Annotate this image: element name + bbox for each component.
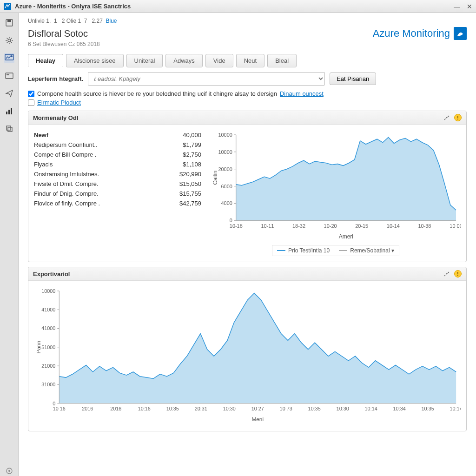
svg-text:41000: 41000 bbox=[41, 326, 55, 331]
svg-point-3 bbox=[8, 39, 11, 42]
chart2-area: 031000210005100041000410001000010 162016… bbox=[34, 286, 461, 424]
svg-text:Meni: Meni bbox=[251, 416, 264, 423]
svg-text:4000: 4000 bbox=[221, 200, 232, 206]
svg-text:Parin: Parin bbox=[35, 341, 42, 354]
svg-rect-2 bbox=[7, 20, 11, 22]
svg-text:Caitin: Caitin bbox=[212, 171, 218, 185]
check-text: Compone health source is hiever be re yo… bbox=[37, 90, 277, 97]
svg-text:10:34: 10:34 bbox=[393, 406, 406, 412]
link-eirmatic[interactable]: Eirmatic Ploduct bbox=[37, 99, 81, 106]
rail-send-icon[interactable] bbox=[4, 88, 14, 99]
svg-text:10:30: 10:30 bbox=[337, 406, 349, 412]
crumb-seg[interactable]: 7 bbox=[84, 18, 87, 24]
tab-healay[interactable]: Healay bbox=[28, 54, 63, 67]
left-rail bbox=[0, 13, 19, 476]
svg-rect-14 bbox=[6, 73, 13, 79]
panel2-config-icon[interactable] bbox=[443, 270, 450, 278]
metric-row: Compe of Bill Compre .$2,750 bbox=[34, 150, 201, 159]
panel-exportivariol: Exportivariol ! 031000210005100041000410… bbox=[28, 267, 467, 431]
crumb-seg[interactable]: 1 bbox=[54, 18, 57, 24]
svg-text:10000: 10000 bbox=[218, 149, 232, 155]
svg-line-10 bbox=[7, 42, 7, 43]
brand-label: Azure Monitoring bbox=[373, 27, 467, 40]
svg-line-8 bbox=[7, 38, 7, 39]
tab-neut[interactable]: Neut bbox=[236, 54, 264, 67]
titlebar: Azure - Moniterits - Onlyra ISE Sanctric… bbox=[0, 0, 476, 13]
svg-rect-20 bbox=[8, 127, 12, 132]
close-button[interactable]: ✕ bbox=[467, 3, 472, 10]
svg-text:10 00: 10 00 bbox=[450, 223, 461, 229]
rail-gear-icon[interactable] bbox=[4, 35, 14, 46]
svg-text:20000: 20000 bbox=[218, 166, 232, 172]
svg-text:10:14: 10:14 bbox=[450, 406, 461, 412]
svg-line-11 bbox=[11, 38, 12, 39]
svg-rect-0 bbox=[4, 3, 11, 10]
svg-text:21000: 21000 bbox=[41, 363, 55, 369]
svg-text:10 73: 10 73 bbox=[280, 406, 292, 412]
checkbox-eirmatic[interactable] bbox=[28, 99, 34, 106]
svg-text:10 27: 10 27 bbox=[251, 406, 264, 412]
svg-text:0: 0 bbox=[53, 401, 55, 406]
tabs: HealayAlscionse siseeUniteralAdwaysVideN… bbox=[28, 54, 467, 67]
panel-mormenaily: Mormenaily Odl ! Newf40,000Redipersum Co… bbox=[28, 111, 467, 262]
legend-item[interactable]: Reme/Sobatinal ▾ bbox=[339, 247, 394, 254]
svg-text:10 16: 10 16 bbox=[53, 406, 66, 412]
svg-text:2016: 2016 bbox=[82, 406, 93, 412]
checkbox-compone[interactable] bbox=[28, 91, 34, 97]
tab-alscionse-sisee[interactable]: Alscionse sisee bbox=[66, 54, 124, 67]
window-title: Azure - Moniterits - Onlyra ISE Sanctric… bbox=[15, 3, 454, 10]
rail-copy-icon[interactable] bbox=[4, 124, 14, 134]
svg-text:10:35: 10:35 bbox=[308, 406, 321, 412]
svg-text:10:30: 10:30 bbox=[223, 406, 236, 412]
filter-select[interactable]: ℓ eadosl. Kptigely bbox=[88, 72, 325, 86]
crumb-seg[interactable]: 2.27 bbox=[92, 18, 102, 24]
panel2-title: Exportivariol bbox=[33, 271, 70, 278]
svg-rect-18 bbox=[11, 108, 12, 114]
brand-text: Azure Monitoring bbox=[373, 27, 450, 40]
rail-settings-bottom-icon[interactable] bbox=[4, 466, 14, 476]
brand-badge-icon bbox=[454, 27, 467, 40]
svg-text:31000: 31000 bbox=[41, 382, 55, 387]
page-title: Disfloral Sotoc bbox=[28, 28, 88, 39]
svg-rect-16 bbox=[6, 112, 7, 114]
svg-text:10000: 10000 bbox=[41, 288, 55, 294]
tab-bleal[interactable]: Bleal bbox=[267, 54, 297, 67]
panel2-alert-icon[interactable]: ! bbox=[454, 270, 462, 278]
svg-text:10-38: 10-38 bbox=[418, 223, 431, 229]
metric-row: Findur of Dnig. Compre.$15,755 bbox=[34, 189, 201, 198]
tab-uniteral[interactable]: Uniteral bbox=[126, 54, 163, 67]
svg-text:20:31: 20:31 bbox=[195, 406, 207, 412]
minimize-button[interactable]: — bbox=[454, 3, 460, 10]
metric-row: Newf40,000 bbox=[34, 130, 201, 140]
svg-text:2016: 2016 bbox=[110, 406, 121, 412]
metric-row: Flyacis$1,108 bbox=[34, 159, 201, 169]
metrics-table: Newf40,000Redipersum Coonfiunt..$1,799Co… bbox=[34, 130, 201, 256]
svg-rect-19 bbox=[7, 126, 11, 130]
legend-item[interactable]: Prio Test/Intia 10 bbox=[277, 247, 330, 254]
svg-text:10000: 10000 bbox=[218, 132, 232, 138]
tab-adways[interactable]: Adways bbox=[165, 54, 203, 67]
svg-text:6000: 6000 bbox=[221, 184, 232, 189]
link-dinaum[interactable]: Dinaum ouncest bbox=[280, 90, 324, 97]
crumb-seg[interactable]: Unlivie 1. bbox=[28, 18, 51, 24]
svg-text:10:35: 10:35 bbox=[422, 406, 434, 412]
panel1-config-icon[interactable] bbox=[443, 114, 450, 121]
filter-label: Leperferm htegraft. bbox=[28, 75, 83, 82]
rail-monitor-icon[interactable] bbox=[4, 53, 14, 63]
rail-chart-icon[interactable] bbox=[4, 106, 14, 116]
metric-row: Fivsite of Dmil. Compre.$15,050 bbox=[34, 179, 201, 189]
svg-line-9 bbox=[11, 42, 12, 43]
crumb-seg[interactable]: 2 Olie 1 bbox=[62, 18, 81, 24]
metric-row: Onstramsing Imtulstnes.$20,990 bbox=[34, 169, 201, 179]
rail-card-icon[interactable] bbox=[4, 71, 14, 81]
filter-action-button[interactable]: Eat Pisarian bbox=[330, 73, 376, 85]
crumb-seg-link[interactable]: Blue bbox=[106, 18, 117, 24]
panel1-alert-icon[interactable]: ! bbox=[454, 114, 462, 121]
page-subtitle: 6 Set Blewusen Cz 065 2018 bbox=[28, 41, 467, 47]
chart1-legend: Prio Test/Intia 10Reme/Sobatinal ▾ bbox=[272, 245, 399, 256]
svg-text:Ameri: Ameri bbox=[339, 233, 353, 240]
rail-save-icon[interactable] bbox=[4, 18, 14, 28]
svg-point-13 bbox=[11, 55, 13, 57]
panel1-title: Mormenaily Odl bbox=[33, 114, 79, 121]
tab-vide[interactable]: Vide bbox=[205, 54, 233, 67]
